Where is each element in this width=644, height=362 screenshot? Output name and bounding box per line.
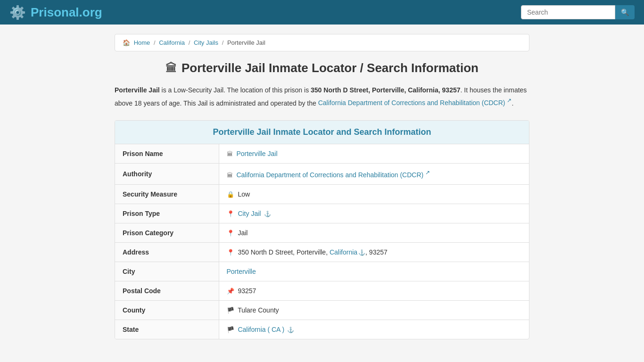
county-value: Tulare County [238,306,279,314]
logo-area: ⚙️ Prisonal.org [9,5,102,20]
label-security: Security Measure [115,184,219,204]
value-postal-code: 📌 93257 [219,281,529,300]
breadcrumb-current: Porterville Jail [227,39,265,46]
authority-table-link[interactable]: California Department of Corrections and… [236,171,430,179]
address-zip: , 93257 [365,248,388,256]
content-wrapper: 🏠 Home / California / City Jails / Porte… [110,34,534,339]
logo-text: Prisonal.org [31,5,102,20]
breadcrumb-california[interactable]: California [159,39,185,46]
postal-code-value: 93257 [238,287,256,295]
pin-icon: 📌 [227,288,234,295]
value-address: 📍 350 North D Street, Porterville, Calif… [219,242,529,262]
state-flag-icon: 🏴 [227,326,234,333]
value-authority: 🏛 California Department of Corrections a… [219,164,529,185]
lock-icon: 🔒 [227,191,234,198]
label-address: Address [115,242,219,262]
address-anchor-icon: ⚓ [358,249,365,256]
label-prison-type: Prison Type [115,204,219,223]
category-icon: 📍 [227,230,234,237]
search-button[interactable]: 🔍 [615,5,635,19]
label-state: State [115,320,219,339]
logo-tld: .org [79,5,102,19]
label-prison-category: Prison Category [115,223,219,242]
prison-name-link[interactable]: Porterville Jail [236,150,277,157]
intro-text: Porterville Jail is a Low-Security Jail.… [115,85,529,109]
breadcrumb-home[interactable]: Home [134,39,150,46]
address-icon: 📍 [227,249,234,256]
external-icon: ↗ [507,98,512,104]
table-row: Prison Type 📍 City Jail ⚓ [115,204,529,223]
value-state: 🏴 California ( CA ) ⚓ [219,320,529,339]
prison-type-link[interactable]: City Jail [238,210,261,217]
table-row: Postal Code 📌 93257 [115,281,529,300]
ext-icon: ↗ [425,169,430,175]
intro-address: 350 North D Street, Porterville, Califor… [311,86,460,94]
title-icon: 🏛 [165,62,177,75]
logo-icon: ⚙️ [9,5,26,20]
state-link[interactable]: California ( CA ) [238,326,284,333]
value-prison-category: 📍 Jail [219,223,529,242]
value-prison-name: 🏛 Porterville Jail [219,144,529,164]
table-row: Security Measure 🔒 Low [115,184,529,204]
label-postal-code: Postal Code [115,281,219,300]
table-row: Prison Category 📍 Jail [115,223,529,242]
security-value: Low [238,190,250,198]
state-anchor-icon: ⚓ [287,327,294,333]
authority-icon: 🏛 [227,172,233,179]
info-card: Porterville Jail Inmate Locator and Sear… [115,120,529,339]
prison-category-value: Jail [238,229,248,237]
label-county: County [115,300,219,320]
value-security: 🔒 Low [219,184,529,204]
info-table: Prison Name 🏛 Porterville Jail Authority… [115,144,529,339]
intro-text1: is a Low-Security Jail. The location of … [160,86,311,94]
page-title-text: Porterville Jail Inmate Locator / Search… [182,61,479,75]
prison-icon: 🏛 [227,150,233,157]
table-row: City Porterville [115,262,529,281]
city-link[interactable]: Porterville [227,268,256,275]
authority-link[interactable]: California Department of Corrections and… [318,99,512,107]
search-input[interactable] [521,5,615,19]
value-prison-type: 📍 City Jail ⚓ [219,204,529,223]
table-row: Address 📍 350 North D Street, Portervill… [115,242,529,262]
breadcrumb: 🏠 Home / California / City Jails / Porte… [115,34,529,51]
table-row: Prison Name 🏛 Porterville Jail [115,144,529,164]
value-city: Porterville [219,262,529,281]
intro-text3: . [512,99,513,107]
table-row: County 🏴 Tulare County [115,300,529,320]
authority-link-text: California Department of Corrections and… [318,99,505,107]
address-text1: 350 North D Street, Porterville, [238,248,330,256]
page-title: 🏛 Porterville Jail Inmate Locator / Sear… [115,61,529,75]
anchor-icon: ⚓ [264,211,271,217]
label-prison-name: Prison Name [115,144,219,164]
label-city: City [115,262,219,281]
site-header: ⚙️ Prisonal.org 🔍 [0,0,644,25]
address-state-link[interactable]: California [330,248,357,256]
logo-name: Prisonal [31,5,79,19]
home-icon: 🏠 [123,39,130,46]
flag-icon: 🏴 [227,307,234,314]
card-header-text: Porterville Jail Inmate Locator and Sear… [213,127,431,137]
intro-jail-name: Porterville Jail [115,86,160,94]
table-row: State 🏴 California ( CA ) ⚓ [115,320,529,339]
info-card-header: Porterville Jail Inmate Locator and Sear… [115,121,529,144]
value-county: 🏴 Tulare County [219,300,529,320]
label-authority: Authority [115,164,219,185]
table-row: Authority 🏛 California Department of Cor… [115,164,529,185]
location-icon: 📍 [227,210,234,217]
search-area: 🔍 [521,5,635,19]
breadcrumb-city-jails[interactable]: City Jails [194,39,218,46]
